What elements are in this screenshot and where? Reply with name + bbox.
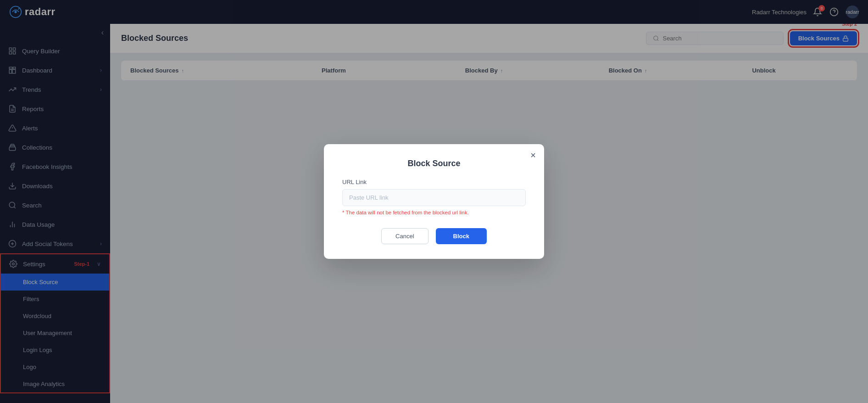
modal-actions: Cancel Block xyxy=(342,228,526,244)
modal-close-button[interactable]: × xyxy=(530,151,536,160)
modal-field-label: URL Link xyxy=(342,179,526,185)
modal-overlay[interactable]: × Block Source URL Link * The data will … xyxy=(0,0,868,403)
modal-hint: * The data will not be fetched from the … xyxy=(342,210,526,215)
block-button[interactable]: Block xyxy=(436,228,487,244)
block-source-modal: × Block Source URL Link * The data will … xyxy=(324,144,544,259)
cancel-button[interactable]: Cancel xyxy=(381,228,428,244)
modal-title: Block Source xyxy=(342,159,526,168)
url-link-input[interactable] xyxy=(342,189,526,206)
